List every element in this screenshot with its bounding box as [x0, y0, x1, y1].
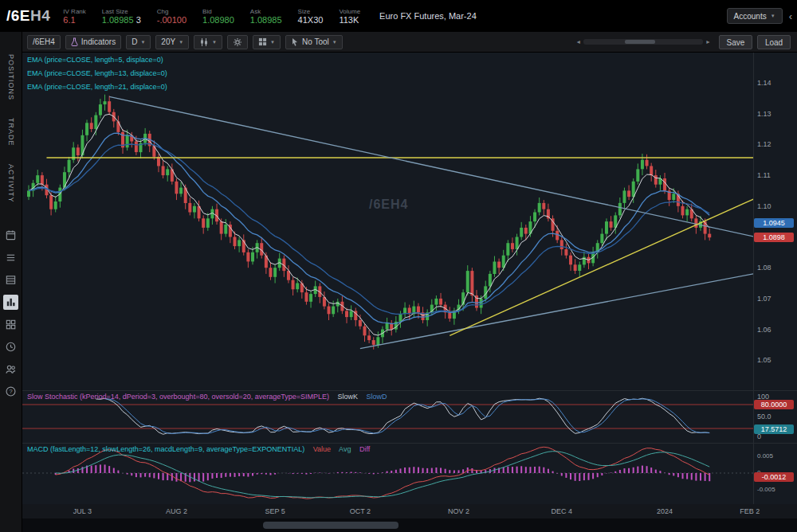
stat-value: 1.08985 [250, 15, 282, 25]
macd-avg-legend: Avg [339, 445, 351, 453]
price-chart[interactable] [22, 53, 753, 390]
stat-value: 113K [339, 15, 360, 25]
cursor-icon [291, 37, 299, 46]
stat-chg: Chg -.00100 [157, 8, 186, 25]
descending-trendline[interactable] [109, 96, 753, 241]
collapse-panel-button[interactable]: ‹ [789, 10, 792, 22]
stat-label: Chg [157, 8, 186, 15]
study-labels-price: EMA (price=CLOSE, length=5, displace=0) … [27, 56, 167, 96]
time-label: OCT 2 [343, 507, 378, 515]
accounts-label: Accounts [734, 12, 767, 21]
indicators-button[interactable]: Indicators [65, 35, 121, 49]
stat-label: Size [298, 8, 324, 15]
symbol-contract: H4 [30, 7, 50, 24]
chart-pan-scrollbar[interactable]: ◄ ► [575, 39, 711, 45]
stat-last-size: Last Size 1.08985 3 [102, 8, 141, 25]
sidebar-gadget-icons: ? [3, 228, 18, 399]
price-tick: 1.08 [757, 264, 771, 272]
slowk-legend: SlowK [338, 393, 359, 401]
chevron-down-icon: ▼ [179, 40, 183, 45]
price-axis[interactable]: 1.141.131.121.111.101.091.081.071.061.05… [753, 53, 797, 504]
accounts-button[interactable]: Accounts ▼ [727, 8, 783, 24]
stochastic-label-row: Slow Stochastic (kPeriod=14, dPeriod=3, … [27, 393, 394, 401]
save-button[interactable]: Save [719, 35, 752, 49]
time-label: 2024 [647, 507, 682, 515]
pane-separator[interactable] [22, 443, 797, 444]
ema13-label: EMA (price=CLOSE, length=13, displace=0) [27, 69, 167, 77]
price-tick: 1.10 [757, 202, 771, 210]
rows-icon[interactable] [3, 272, 18, 288]
scroll-right-icon[interactable]: ► [705, 39, 711, 45]
stat-size: Size 41X30 [298, 8, 324, 25]
stoch-badge: 80.0000 [754, 400, 794, 409]
chart-horizontal-scrollbar[interactable] [22, 518, 797, 532]
symbol-root: /6E [6, 7, 30, 24]
candlesticks [27, 95, 711, 350]
macd-diff-legend: Diff [359, 445, 370, 453]
scroll-track[interactable] [583, 39, 703, 45]
timeframe-dropdown[interactable]: D▼ [126, 35, 151, 49]
chevron-down-icon: ▼ [140, 40, 145, 45]
chart-type-dropdown[interactable]: ▼ [194, 35, 222, 49]
macd-label-row: MACD (fastLength=12, slowLength=26, macd… [27, 445, 376, 453]
gear-icon [233, 37, 242, 47]
macd-tick: -0.005 [757, 486, 775, 493]
symbol-tab[interactable]: /6EH4 [27, 35, 61, 49]
scroll-left-icon[interactable]: ◄ [575, 39, 581, 45]
chart-toolbar: /6EH4 Indicators D▼ 20Y▼ ▼ ▼ No Tool ▼ ◄… [22, 32, 797, 53]
stat-value: -.00100 [157, 15, 186, 25]
sidebar-tab-trade[interactable]: TRADE [7, 118, 15, 147]
chart-settings-button[interactable] [227, 35, 248, 49]
stat-iv-rank: IV Rank 6.1 [63, 8, 85, 25]
grid-layout-dropdown[interactable]: ▼ [253, 35, 281, 49]
stochastic-label: Slow Stochastic (kPeriod=14, dPeriod=3, … [27, 393, 329, 401]
calendar-icon[interactable] [3, 228, 18, 243]
chevron-down-icon: ▼ [771, 14, 775, 18]
drawing-tool-dropdown[interactable]: No Tool ▼ [285, 35, 343, 49]
stoch-badge: 17.5712 [754, 424, 794, 434]
chart-gadget-icon[interactable] [3, 295, 18, 310]
users-icon[interactable] [3, 362, 18, 377]
trading-platform-window: /6EH4 IV Rank 6.1 Last Size 1.08985 3 Ch… [0, 0, 797, 532]
price-badge: 1.0945 [754, 218, 794, 228]
ema5-label: EMA (price=CLOSE, length=5, displace=0) [27, 56, 167, 64]
price-tick: 1.06 [757, 326, 771, 334]
time-label: FEB 2 [732, 507, 768, 515]
svg-text:?: ? [9, 388, 12, 395]
scroll-thumb[interactable] [625, 40, 655, 44]
stat-value: 41X30 [298, 15, 324, 25]
price-tick: 1.05 [757, 356, 771, 364]
sidebar-tab-activity[interactable]: ACTIVITY [7, 164, 15, 203]
ema21-label: EMA (price=CLOSE, length=21, displace=0) [27, 83, 167, 91]
stat-label: Ask [250, 8, 282, 15]
grid-icon [258, 37, 267, 46]
help-icon[interactable]: ? [3, 384, 18, 399]
range-dropdown[interactable]: 20Y▼ [155, 35, 189, 49]
stat-value: 6.1 [63, 15, 85, 25]
stat-value: 1.08980 [202, 15, 234, 25]
stat-volume: Volume 113K [339, 8, 360, 25]
price-tick: 1.14 [757, 79, 771, 87]
macd-tick: 0.005 [757, 452, 773, 460]
candlestick-icon [199, 37, 209, 47]
stat-label: Volume [339, 8, 360, 15]
time-axis[interactable]: JUL 3AUG 2SEP 5OCT 2NOV 2DEC 42024FEB 2 [22, 504, 797, 518]
list-icon[interactable] [3, 250, 18, 265]
price-tick: 1.12 [757, 140, 771, 148]
scrollbar-handle[interactable] [263, 522, 398, 529]
sidebar-tab-positions[interactable]: POSITIONS [7, 54, 15, 100]
chevron-down-icon: ▼ [212, 40, 217, 45]
time-label: JUL 3 [65, 507, 100, 515]
slowd-legend: SlowD [367, 393, 387, 401]
stoch-tick: 50.0 [757, 413, 771, 421]
stat-label: Last Size [102, 8, 141, 15]
macd-value-legend: Value [313, 445, 331, 453]
grid-icon[interactable] [3, 317, 18, 332]
load-button[interactable]: Load [757, 35, 791, 49]
time-label: NOV 2 [442, 507, 477, 515]
price-tick: 1.13 [757, 110, 771, 118]
chevron-down-icon: ▼ [270, 40, 275, 45]
pane-separator[interactable] [22, 390, 797, 391]
flask-icon [71, 37, 78, 46]
clock-icon[interactable] [3, 339, 18, 354]
